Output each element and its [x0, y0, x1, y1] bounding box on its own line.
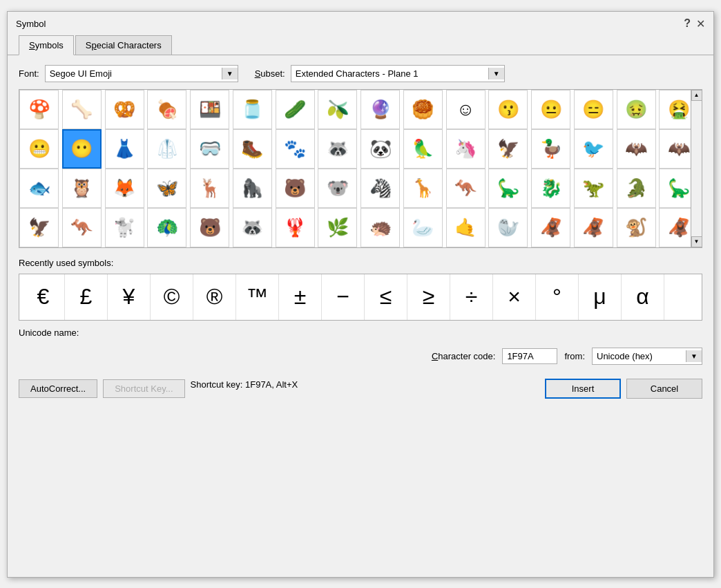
- scroll-down-button[interactable]: ▼: [691, 236, 702, 247]
- symbol-cell[interactable]: 🐼: [360, 129, 400, 169]
- recently-used-cell[interactable]: ÷: [450, 274, 493, 320]
- symbol-cell[interactable]: 🦖: [574, 169, 613, 208]
- close-button[interactable]: ✕: [696, 17, 705, 30]
- symbol-cell[interactable]: 🍄: [19, 90, 59, 129]
- symbol-cell[interactable]: 🦜: [403, 129, 443, 169]
- font-subset-row: Font: Segoe UI Emoji ▼ Subset: Extended …: [19, 65, 702, 82]
- tab-symbols[interactable]: Symbols: [19, 35, 74, 55]
- font-dropdown-arrow[interactable]: ▼: [222, 68, 238, 79]
- character-code-label: Character code:: [432, 351, 496, 361]
- symbol-cell[interactable]: 🦌: [190, 169, 229, 208]
- symbol-cell[interactable]: 🥽: [190, 129, 229, 169]
- symbol-cell[interactable]: 😑: [574, 90, 613, 129]
- symbol-cell[interactable]: 🦘: [446, 169, 486, 208]
- shortcut-key-button[interactable]: Shortcut Key...: [103, 379, 184, 398]
- recently-used-cell[interactable]: €: [22, 274, 65, 320]
- from-dropdown[interactable]: Unicode (hex) ▼: [592, 348, 702, 365]
- symbol-cell[interactable]: 🤙: [446, 208, 486, 247]
- symbol-cell[interactable]: 🦔: [360, 208, 400, 247]
- symbol-cell[interactable]: 🐻: [190, 208, 229, 247]
- recently-used-cell[interactable]: £: [65, 274, 108, 320]
- symbol-cell[interactable]: 🌿: [318, 208, 357, 247]
- symbol-cell[interactable]: 🐊: [617, 169, 656, 208]
- recently-used-cell[interactable]: ©: [151, 274, 193, 320]
- recently-used-cell[interactable]: μ: [579, 274, 622, 320]
- symbol-cell[interactable]: 🦝: [233, 208, 272, 247]
- symbol-cell[interactable]: 🔮: [360, 90, 400, 129]
- symbol-cell[interactable]: 🐟: [19, 169, 59, 208]
- font-label: Font:: [19, 68, 39, 79]
- recently-used-cell[interactable]: °: [536, 274, 579, 320]
- symbol-cell[interactable]: 🦢: [403, 208, 443, 247]
- subset-dropdown-arrow[interactable]: ▼: [488, 68, 504, 79]
- symbol-cell[interactable]: 👗: [105, 129, 144, 169]
- symbol-cell[interactable]: 🥼: [147, 129, 186, 169]
- symbol-cell[interactable]: 🐉: [531, 169, 570, 208]
- symbol-cell[interactable]: 🐩: [105, 208, 144, 247]
- symbol-cell[interactable]: 😐: [531, 90, 570, 129]
- recently-used-cell[interactable]: ®: [193, 274, 236, 320]
- character-code-input[interactable]: [502, 348, 557, 364]
- symbol-cell[interactable]: 🥒: [276, 90, 315, 129]
- recently-used-cell[interactable]: −: [322, 274, 365, 320]
- symbol-cell[interactable]: ☺: [446, 90, 486, 129]
- symbol-cell[interactable]: 🦴: [62, 90, 102, 129]
- symbol-cell[interactable]: 🦕: [488, 169, 528, 208]
- symbol-cell[interactable]: 🦆: [531, 129, 570, 169]
- symbol-cell[interactable]: 🐾: [276, 129, 315, 169]
- symbol-cell[interactable]: 🐨: [318, 169, 357, 208]
- recently-used-cell[interactable]: ×: [493, 274, 536, 320]
- subset-label: Subset:: [255, 68, 285, 79]
- recently-used-cell[interactable]: ±: [279, 274, 322, 320]
- insert-button[interactable]: Insert: [545, 379, 621, 399]
- symbol-cell[interactable]: 😗: [488, 90, 528, 129]
- symbol-cell[interactable]: 🫒: [318, 90, 357, 129]
- symbol-cell[interactable]: 🦉: [62, 169, 102, 208]
- symbol-cell[interactable]: 🦭: [488, 208, 528, 247]
- symbol-cell[interactable]: 😬: [19, 129, 59, 169]
- symbol-cell[interactable]: 🦅: [488, 129, 528, 169]
- tab-special-characters[interactable]: Special Characters: [75, 35, 172, 55]
- recently-used-cell[interactable]: ™: [236, 274, 279, 320]
- subset-dropdown[interactable]: Extended Characters - Plane 1 ▼: [291, 65, 505, 82]
- help-button[interactable]: ?: [684, 17, 691, 30]
- scroll-up-button[interactable]: ▲: [691, 90, 702, 101]
- symbol-cell[interactable]: 🦅: [19, 208, 59, 247]
- symbol-cell[interactable]: 🐻: [276, 169, 315, 208]
- from-dropdown-arrow[interactable]: ▼: [686, 350, 702, 362]
- symbol-cell[interactable]: 🍱: [190, 90, 229, 129]
- symbol-cell[interactable]: 🐦: [574, 129, 613, 169]
- symbol-cell[interactable]: 🥾: [233, 129, 272, 169]
- font-value: Segoe UI Emoji: [50, 68, 112, 79]
- recently-used-cell[interactable]: ¥: [108, 274, 151, 320]
- symbol-cell[interactable]: 🫙: [233, 90, 272, 129]
- scrollbar[interactable]: ▲ ▼: [691, 90, 702, 247]
- symbol-cell[interactable]: 🦘: [62, 208, 102, 247]
- font-dropdown[interactable]: Segoe UI Emoji ▼: [45, 65, 238, 82]
- btn-group-left: AutoCorrect... Shortcut Key... Shortcut …: [19, 379, 298, 398]
- symbol-cell[interactable]: 🦧: [574, 208, 613, 247]
- symbol-cell[interactable]: 🦍: [233, 169, 272, 208]
- autocorrect-button[interactable]: AutoCorrect...: [19, 379, 97, 398]
- symbol-cell[interactable]: 🦋: [147, 169, 186, 208]
- symbol-cell[interactable]: 🦝: [318, 129, 357, 169]
- symbol-cell[interactable]: 🥮: [403, 90, 443, 129]
- recently-used-cell[interactable]: ≥: [407, 274, 450, 320]
- symbol-cell[interactable]: 🐒: [617, 208, 656, 247]
- symbol-cell[interactable]: 🤢: [617, 90, 656, 129]
- bottom-row: AutoCorrect... Shortcut Key... Shortcut …: [19, 379, 702, 399]
- recently-used-cell[interactable]: ≤: [365, 274, 407, 320]
- symbol-cell[interactable]: 🦓: [360, 169, 400, 208]
- symbol-cell[interactable]: 🍖: [147, 90, 186, 129]
- symbol-cell[interactable]: 🦊: [105, 169, 144, 208]
- symbol-cell[interactable]: 🦞: [276, 208, 315, 247]
- symbol-cell[interactable]: 🥨: [105, 90, 144, 129]
- symbol-cell[interactable]: 🦧: [531, 208, 570, 247]
- symbol-cell[interactable]: 😶: [62, 129, 102, 169]
- cancel-button[interactable]: Cancel: [626, 379, 702, 399]
- symbol-cell[interactable]: 🦒: [403, 169, 443, 208]
- symbol-cell[interactable]: 🦚: [147, 208, 186, 247]
- symbol-cell[interactable]: 🦇: [617, 129, 656, 169]
- recently-used-cell[interactable]: α: [622, 274, 664, 320]
- symbol-cell[interactable]: 🦄: [446, 129, 486, 169]
